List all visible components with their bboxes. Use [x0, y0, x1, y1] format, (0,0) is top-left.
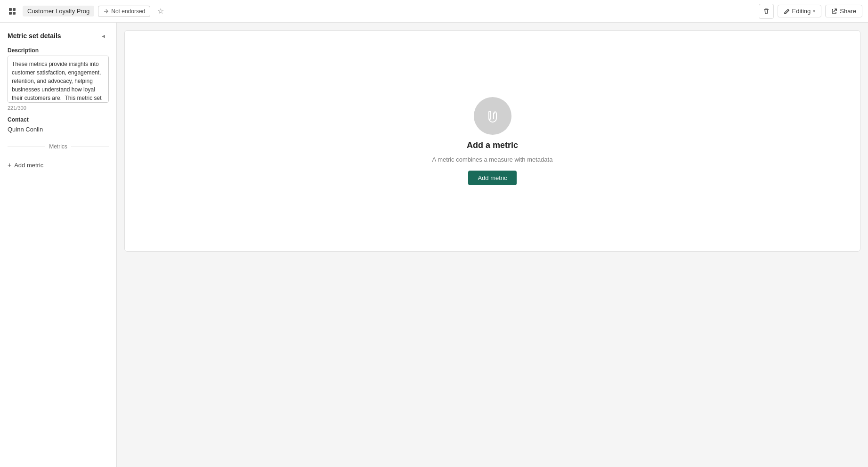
empty-state-title: Add a metric [467, 140, 518, 150]
not-endorsed-button[interactable]: Not endorsed [98, 6, 150, 17]
char-count: 221/300 [8, 105, 109, 111]
chevron-down-icon: ▾ [813, 8, 815, 14]
empty-state-subtitle: A metric combines a measure with metadat… [432, 156, 553, 163]
svg-rect-1 [13, 8, 16, 11]
metrics-divider: Metrics [8, 143, 109, 150]
divider-line-left [8, 147, 45, 147]
description-label: Description [8, 47, 109, 54]
svg-rect-0 [9, 8, 12, 11]
add-metric-plus-icon: + [8, 161, 11, 169]
divider-line-right [71, 147, 109, 147]
editing-label: Editing [792, 8, 811, 15]
delete-button[interactable] [759, 4, 774, 19]
contact-section: Contact Quinn Conlin [8, 116, 109, 134]
svg-rect-3 [13, 12, 16, 15]
svg-rect-2 [9, 12, 12, 15]
collapse-sidebar-button[interactable]: ◂ [97, 30, 109, 41]
contact-label: Contact [8, 116, 109, 123]
metrics-section-label: Metrics [49, 143, 67, 150]
content-card: Add a metric A metric combines a measure… [124, 30, 860, 252]
description-section: Description 221/300 [8, 47, 109, 111]
not-endorsed-label: Not endorsed [111, 8, 145, 15]
empty-state: Add a metric A metric combines a measure… [432, 97, 553, 185]
collapse-icon: ◂ [102, 32, 105, 40]
paperclip-icon [484, 107, 501, 124]
topbar-right: Editing ▾ Share [759, 4, 862, 19]
topbar-left: Customer Loyalty Prog Not endorsed ☆ [6, 5, 759, 18]
star-button[interactable]: ☆ [154, 5, 167, 18]
add-metric-sidebar-button[interactable]: + Add metric [8, 159, 109, 171]
breadcrumb-label: Customer Loyalty Prog [27, 8, 89, 15]
editing-button[interactable]: Editing ▾ [778, 5, 822, 17]
add-metric-sidebar-label: Add metric [14, 162, 43, 169]
description-textarea[interactable] [8, 56, 109, 103]
share-button[interactable]: Share [825, 5, 862, 17]
grid-icon-button[interactable] [6, 5, 19, 18]
empty-icon-circle [474, 97, 511, 135]
breadcrumb-tab[interactable]: Customer Loyalty Prog [23, 6, 94, 16]
main-layout: Metric set details ◂ Description 221/300… [0, 23, 868, 467]
star-icon: ☆ [157, 7, 164, 16]
contact-name: Quinn Conlin [8, 125, 109, 134]
add-metric-button[interactable]: Add metric [468, 171, 516, 185]
topbar: Customer Loyalty Prog Not endorsed ☆ Edi… [0, 0, 868, 23]
sidebar-header: Metric set details ◂ [8, 30, 109, 41]
share-label: Share [840, 8, 856, 15]
sidebar: Metric set details ◂ Description 221/300… [0, 23, 117, 467]
content-area: Add a metric A metric combines a measure… [117, 23, 868, 467]
sidebar-title: Metric set details [8, 32, 61, 40]
